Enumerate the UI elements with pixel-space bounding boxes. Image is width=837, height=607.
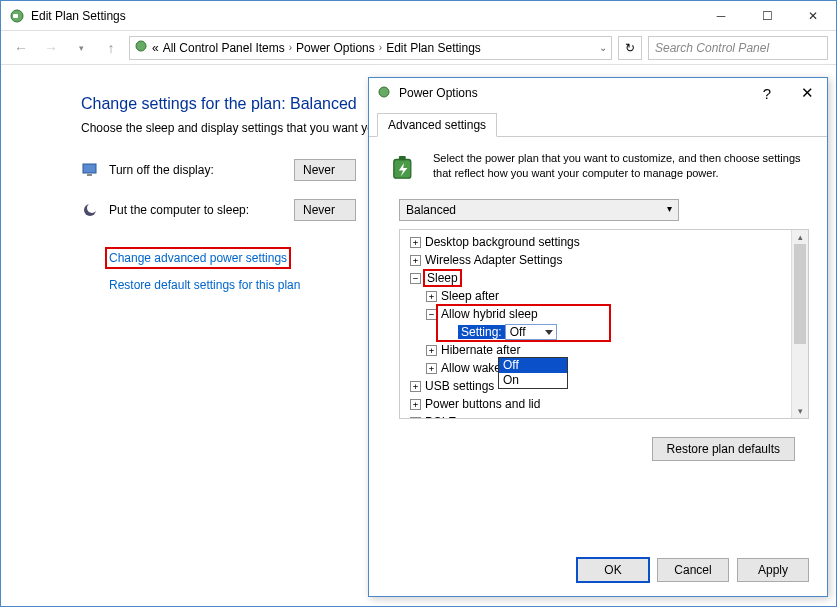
tree-sleep[interactable]: Sleep xyxy=(425,271,460,285)
sleep-label: Put the computer to sleep: xyxy=(109,203,284,217)
recent-dropdown[interactable]: ▾ xyxy=(69,36,93,60)
svg-rect-9 xyxy=(399,156,406,160)
dropdown-option-on[interactable]: On xyxy=(499,373,567,388)
power-icon xyxy=(134,39,148,56)
edit-plan-window: Edit Plan Settings ─ ☐ ✕ ← → ▾ ↑ « All C… xyxy=(0,0,837,607)
svg-rect-1 xyxy=(13,14,18,18)
tab-advanced-settings[interactable]: Advanced settings xyxy=(377,113,497,137)
setting-row: Setting: Off xyxy=(404,323,808,341)
dropdown-option-off[interactable]: Off xyxy=(499,358,567,373)
tree-power-buttons[interactable]: Power buttons and lid xyxy=(425,397,540,411)
tree-usb[interactable]: USB settings xyxy=(425,379,494,393)
battery-icon xyxy=(387,151,421,185)
window-title: Edit Plan Settings xyxy=(31,9,698,23)
svg-point-6 xyxy=(87,203,97,213)
tree-hibernate[interactable]: Hibernate after xyxy=(441,343,520,357)
window-buttons: ─ ☐ ✕ xyxy=(698,1,836,31)
scroll-up-icon[interactable]: ▴ xyxy=(792,230,808,244)
tree-pci[interactable]: PCI Express xyxy=(425,415,492,419)
power-options-dialog: Power Options ? ✕ Advanced settings Sele… xyxy=(368,77,828,597)
display-dropdown[interactable]: Never xyxy=(294,159,356,181)
moon-icon xyxy=(81,201,99,219)
scroll-thumb[interactable] xyxy=(794,244,806,344)
help-button[interactable]: ? xyxy=(747,78,787,108)
crumb-item[interactable]: Edit Plan Settings xyxy=(386,41,481,55)
power-icon xyxy=(377,85,393,101)
collapse-icon[interactable]: − xyxy=(426,309,437,320)
refresh-button[interactable]: ↻ xyxy=(618,36,642,60)
tree-desktop-bg[interactable]: Desktop background settings xyxy=(425,235,580,249)
display-label: Turn off the display: xyxy=(109,163,284,177)
chevron-right-icon: › xyxy=(289,42,292,53)
plan-label: Balanced xyxy=(406,203,456,217)
expand-icon[interactable]: + xyxy=(410,255,421,266)
expand-icon[interactable]: + xyxy=(410,417,421,420)
search-input[interactable]: Search Control Panel xyxy=(648,36,828,60)
expand-icon[interactable]: + xyxy=(426,363,437,374)
power-plan-icon xyxy=(9,8,25,24)
svg-point-7 xyxy=(379,87,389,97)
back-button[interactable]: ← xyxy=(9,36,33,60)
dialog-close-button[interactable]: ✕ xyxy=(787,78,827,108)
expand-icon[interactable]: + xyxy=(426,291,437,302)
tab-bar: Advanced settings xyxy=(369,108,827,137)
dialog-title: Power Options xyxy=(399,86,747,100)
collapse-icon[interactable]: − xyxy=(410,273,421,284)
sleep-dropdown[interactable]: Never xyxy=(294,199,356,221)
minimize-button[interactable]: ─ xyxy=(698,1,744,31)
expand-icon[interactable]: + xyxy=(426,345,437,356)
change-advanced-link[interactable]: Change advanced power settings xyxy=(109,251,287,265)
apply-button[interactable]: Apply xyxy=(737,558,809,582)
close-button[interactable]: ✕ xyxy=(790,1,836,31)
expand-icon[interactable]: + xyxy=(410,399,421,410)
search-placeholder: Search Control Panel xyxy=(655,41,769,55)
plan-select[interactable]: Balanced ▾ xyxy=(399,199,679,221)
dialog-titlebar: Power Options ? ✕ xyxy=(369,78,827,108)
tree-wireless[interactable]: Wireless Adapter Settings xyxy=(425,253,562,267)
scroll-down-icon[interactable]: ▾ xyxy=(792,404,808,418)
tree-hybrid-sleep[interactable]: Allow hybrid sleep xyxy=(441,307,538,321)
svg-rect-3 xyxy=(83,164,96,173)
maximize-button[interactable]: ☐ xyxy=(744,1,790,31)
breadcrumb[interactable]: « All Control Panel Items › Power Option… xyxy=(129,36,612,60)
intro-text: Select the power plan that you want to c… xyxy=(433,151,809,185)
display-icon xyxy=(81,161,99,179)
scrollbar[interactable]: ▴ ▾ xyxy=(791,230,808,418)
chevron-down-icon: ▾ xyxy=(667,203,672,217)
forward-button[interactable]: → xyxy=(39,36,63,60)
up-button[interactable]: ↑ xyxy=(99,36,123,60)
setting-label: Setting: xyxy=(458,325,505,339)
svg-point-2 xyxy=(136,41,146,51)
setting-dropdown[interactable]: Off xyxy=(505,324,557,340)
expand-icon[interactable]: + xyxy=(410,237,421,248)
setting-dropdown-list: Off On xyxy=(498,357,568,389)
settings-tree: +Desktop background settings +Wireless A… xyxy=(399,229,809,419)
restore-defaults-link[interactable]: Restore default settings for this plan xyxy=(109,278,300,292)
dialog-footer: OK Cancel Apply xyxy=(577,558,809,582)
svg-rect-4 xyxy=(87,174,92,176)
dialog-body: Select the power plan that you want to c… xyxy=(369,137,827,475)
navbar: ← → ▾ ↑ « All Control Panel Items › Powe… xyxy=(1,31,836,65)
ok-button[interactable]: OK xyxy=(577,558,649,582)
titlebar: Edit Plan Settings ─ ☐ ✕ xyxy=(1,1,836,31)
crumb-item[interactable]: Power Options xyxy=(296,41,375,55)
restore-plan-defaults-button[interactable]: Restore plan defaults xyxy=(652,437,795,461)
tree-sleep-after[interactable]: Sleep after xyxy=(441,289,499,303)
chevron-right-icon: › xyxy=(379,42,382,53)
cancel-button[interactable]: Cancel xyxy=(657,558,729,582)
history-dropdown-icon[interactable]: ⌄ xyxy=(599,42,607,53)
intro-row: Select the power plan that you want to c… xyxy=(387,151,809,185)
crumb-item[interactable]: All Control Panel Items xyxy=(163,41,285,55)
crumb-chevrons: « xyxy=(152,41,159,55)
expand-icon[interactable]: + xyxy=(410,381,421,392)
